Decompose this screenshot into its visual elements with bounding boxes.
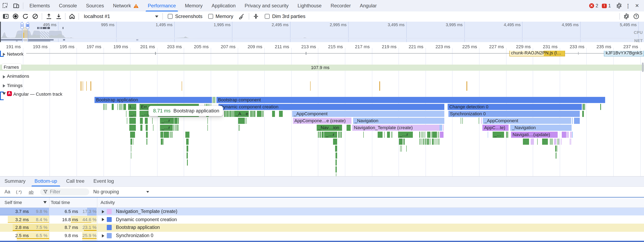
flame-bar[interactable] xyxy=(420,139,420,145)
flame-bar[interactable] xyxy=(422,139,422,145)
flame-bar[interactable] xyxy=(420,139,420,145)
flame-bar[interactable] xyxy=(170,132,171,138)
flame-bar[interactable] xyxy=(406,146,407,152)
flame-bar[interactable] xyxy=(170,132,170,138)
flame-bar[interactable] xyxy=(430,139,431,145)
tab-privacy-and-security[interactable]: Privacy and security xyxy=(240,0,293,11)
tab-sources[interactable]: Sources xyxy=(82,0,108,11)
flame-bar[interactable] xyxy=(272,111,275,117)
dim-3rd-parties-checkbox[interactable]: Dim 3rd parties xyxy=(265,14,306,19)
tab-memory[interactable]: Memory xyxy=(180,0,207,11)
flame-bar[interactable] xyxy=(228,111,228,117)
flame-bar[interactable] xyxy=(423,132,424,138)
flame-bar[interactable] xyxy=(251,111,251,117)
filter-input[interactable]: Filter xyxy=(40,188,89,195)
flame-bar[interactable] xyxy=(122,104,122,110)
flame-bar[interactable] xyxy=(164,132,169,138)
flame-bar[interactable] xyxy=(213,97,213,103)
flame-bar[interactable] xyxy=(336,159,337,166)
flame-bar[interactable] xyxy=(172,132,172,138)
flame-bar[interactable] xyxy=(552,139,553,145)
whole-word-icon[interactable]: ab xyxy=(27,189,35,194)
save-profile-icon[interactable] xyxy=(54,12,64,21)
flame-bar--[interactable]: _… xyxy=(129,111,136,117)
flame-bar[interactable] xyxy=(571,139,571,145)
tab-performance[interactable]: Performance xyxy=(143,0,180,11)
flame-bar[interactable] xyxy=(252,111,252,117)
flame-bar[interactable] xyxy=(426,139,427,145)
flame-bar[interactable] xyxy=(392,132,392,138)
flame-bar[interactable] xyxy=(443,125,444,131)
flame-bar[interactable] xyxy=(550,139,550,145)
flame-bar[interactable] xyxy=(231,111,231,117)
flame-bar-dynamic-component-creation[interactable]: Dynamic component creation xyxy=(218,104,444,110)
more-options-kebab-icon[interactable]: ⋮ xyxy=(624,1,632,10)
flame-bar[interactable] xyxy=(333,139,337,145)
flame-bar[interactable] xyxy=(542,139,548,145)
flame-bar[interactable] xyxy=(335,146,337,152)
column-divider[interactable] xyxy=(49,198,50,241)
drawer-tab-call-tree[interactable]: Call tree xyxy=(62,176,89,186)
flame-bar-i-[interactable]: I… xyxy=(128,104,136,110)
flame-bar[interactable] xyxy=(429,139,430,145)
flame-bar[interactable] xyxy=(363,132,364,138)
drawer-tab-event-log[interactable]: Event log xyxy=(89,176,118,186)
flame-bar[interactable] xyxy=(432,139,434,145)
flame-bar[interactable] xyxy=(228,111,228,117)
flame-bar[interactable] xyxy=(582,111,583,117)
flame-bar-navigati-update-[interactable]: Navigati…(update) xyxy=(511,132,558,138)
flame-bar[interactable] xyxy=(187,153,188,159)
flame-bar[interactable] xyxy=(422,132,423,138)
flame-bar[interactable] xyxy=(559,139,559,145)
track-label-angular[interactable]: Angular — Custom track xyxy=(13,91,62,96)
flame-bar[interactable] xyxy=(338,132,340,138)
flame-bar[interactable] xyxy=(568,132,568,138)
clear-icon[interactable] xyxy=(30,12,40,21)
flame-bar[interactable] xyxy=(129,125,136,131)
target-selector[interactable]: localhost #1 xyxy=(84,14,110,19)
column-header-activity[interactable]: Activity xyxy=(101,200,115,205)
tab-application[interactable]: Application xyxy=(207,0,240,11)
tab-angular[interactable]: Angular xyxy=(355,0,381,11)
flame-bar[interactable] xyxy=(431,132,432,138)
flame-bar[interactable] xyxy=(246,118,247,124)
flame-bar[interactable] xyxy=(112,104,114,110)
flame-bar-change-detection-0[interactable]: Change detection 0 xyxy=(448,104,582,110)
flame-bar[interactable] xyxy=(119,104,120,110)
close-devtools-icon[interactable]: ✕ xyxy=(632,1,642,10)
flame-bar[interactable] xyxy=(176,125,177,131)
flame-bar[interactable] xyxy=(174,125,174,131)
memory-checkbox[interactable]: Memory xyxy=(208,14,234,19)
flame-bar[interactable] xyxy=(462,118,462,124)
row-expand-icon[interactable] xyxy=(102,210,104,213)
flame-bar[interactable] xyxy=(173,125,174,131)
grouping-caret-icon[interactable] xyxy=(146,191,149,193)
flame-bar[interactable] xyxy=(583,104,584,110)
table-row[interactable]: 3.7 ms9.8 %6.5 ms17.3 %Navigation_Templa… xyxy=(0,208,644,216)
toggle-sidebar-icon[interactable] xyxy=(1,12,11,21)
flame-bar[interactable] xyxy=(571,132,571,138)
flame-bar[interactable] xyxy=(439,125,442,131)
flame-bar[interactable] xyxy=(121,104,121,110)
flame-bar[interactable] xyxy=(140,118,143,124)
flame-bar-bootstrap-component[interactable]: Bootstrap component xyxy=(216,97,605,103)
flame-bar[interactable] xyxy=(572,132,572,138)
flame-bar[interactable] xyxy=(439,139,440,145)
flame-bar[interactable] xyxy=(384,132,384,138)
flame-bar[interactable] xyxy=(262,111,263,117)
flame-bar[interactable] xyxy=(186,146,188,152)
flame-bar[interactable] xyxy=(238,118,245,124)
flame-bar[interactable] xyxy=(584,104,585,110)
flame-bar[interactable] xyxy=(336,173,336,176)
flame-bar[interactable] xyxy=(401,146,402,152)
flame-bar--a-e[interactable]: _A…e xyxy=(234,111,249,117)
flame-bar[interactable] xyxy=(229,111,229,117)
flame-bar[interactable] xyxy=(130,132,135,138)
flame-bar[interactable] xyxy=(551,139,552,145)
flame-bar[interactable] xyxy=(232,111,233,117)
flame-bar[interactable] xyxy=(479,118,479,124)
regex-icon[interactable]: (.*) xyxy=(14,189,24,194)
flame-bar[interactable] xyxy=(238,125,239,131)
flame-bar[interactable] xyxy=(126,111,126,117)
settings-gear-icon[interactable] xyxy=(614,1,624,10)
